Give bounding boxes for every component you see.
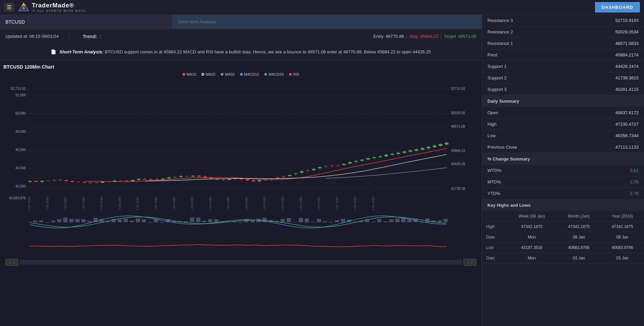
info-row: Updated at: 06:15 09/01/24 Trend: ↑ Entr… xyxy=(0,29,482,44)
legend-rsi: RSI xyxy=(289,72,299,76)
updated-at: Updated at: 06:15 09/01/24 xyxy=(5,34,69,39)
legend-macd26: MACD26 xyxy=(264,72,284,76)
separator-2: | xyxy=(440,34,442,39)
daily-summary-section: Daily Summary Open46837.6172High47230.47… xyxy=(482,95,644,153)
table-row: Previous Close47113.1133 xyxy=(482,142,644,153)
rsi-chart-canvas xyxy=(3,234,470,257)
pct-change-table: WTD%5.61MTD%2.76YTD%2.76 xyxy=(482,165,644,199)
pct-change-section: % Change Summary WTD%5.61MTD%2.76YTD%2.7… xyxy=(482,153,644,199)
table-row: Date Mon 08 Jan 08 Jan xyxy=(482,232,644,243)
analysis-body-text: BTCUSD support comes in at 45884.22 MACD… xyxy=(105,49,431,54)
document-icon: 📄 xyxy=(51,49,56,54)
logo-tagline: IT ALL STARTS WITH DATA xyxy=(32,9,86,12)
legend-macd12: MACD12 xyxy=(240,72,259,76)
daily-summary-table: Open46837.6172High47230.4727Low46356.734… xyxy=(482,107,644,153)
logo-text: TraderMade® IT ALL STARTS WITH DATA xyxy=(32,2,86,12)
table-row: WTD%5.61 xyxy=(482,165,644,176)
table-row: Open46837.6172 xyxy=(482,107,644,119)
table-row: Resistance 148571.0833 xyxy=(482,38,644,49)
trend-arrow-icon: ↑ xyxy=(99,33,102,40)
chart-legend: MA10 MA20 MA50 MACD12 MACD26 xyxy=(3,72,478,76)
separator-1: | xyxy=(406,34,407,39)
analysis-input[interactable] xyxy=(172,15,482,29)
entry-stop-target: Entry 46770.88 | Stop 45884.22 | Target … xyxy=(373,34,476,39)
right-panel: Resistance 352715.9193Resistance 250029.… xyxy=(482,15,644,326)
scroll-left-handle[interactable]: ⋮⋮ xyxy=(5,259,18,266)
logo-area: TraderMade® IT ALL STARTS WITH DATA xyxy=(18,1,86,14)
search-bar-row xyxy=(0,15,482,29)
svg-point-2 xyxy=(22,7,25,9)
levels-section: Resistance 352715.9193Resistance 250029.… xyxy=(482,15,644,95)
table-row: Support 340281.4115 xyxy=(482,84,644,95)
table-row: High47230.4727 xyxy=(482,119,644,130)
table-row: YTD%2.76 xyxy=(482,188,644,199)
khl-header-row: Week (08 Jan)Month (Jan)Year (2024) xyxy=(482,211,644,222)
table-row: MTD%2.76 xyxy=(482,176,644,188)
trend-section: Trend: ↑ xyxy=(83,33,102,40)
symbol-input[interactable] xyxy=(0,15,172,29)
table-row: Resistance 352715.9193 xyxy=(482,15,644,26)
top-nav: ☰ TraderMade® IT ALL STARTS WITH DATA DA… xyxy=(0,0,644,15)
key-highs-lows-section: Key Highs and Lows Week (08 Jan)Month (J… xyxy=(482,199,644,264)
stop-value: 45884.22 xyxy=(420,34,438,39)
pct-change-header: % Change Summary xyxy=(482,153,644,165)
legend-ma50: MA50 xyxy=(221,72,235,76)
table-row: High 47342.1875 47342.1875 47342.1875 xyxy=(482,222,644,232)
chart-container: BTCUSD 120Min Chart MA10 MA20 MA50 MACD1… xyxy=(0,61,482,326)
dashboard-button[interactable]: DASHBOARD xyxy=(595,2,640,12)
table-row: Low 43197.3516 40683.9766 40683.9766 xyxy=(482,243,644,253)
nav-left: ☰ TraderMade® IT ALL STARTS WITH DATA xyxy=(4,1,86,14)
tradermade-logo-icon xyxy=(18,1,30,14)
table-row: Support 241739.3815 xyxy=(482,72,644,84)
main-layout: Updated at: 06:15 09/01/24 Trend: ↑ Entr… xyxy=(0,15,644,326)
analysis-bold-italic: Short-Term Analysis: xyxy=(59,49,104,54)
logo-name: TraderMade® xyxy=(32,2,86,9)
chart-title: BTCUSD 120Min Chart xyxy=(3,64,478,70)
table-row: Low46356.7344 xyxy=(482,130,644,142)
levels-table: Resistance 352715.9193Resistance 250029.… xyxy=(482,15,644,95)
macd-chart-canvas xyxy=(3,210,470,234)
target-value: 48571.08 xyxy=(458,34,476,39)
entry-label: Entry xyxy=(373,34,383,39)
table-row: Pivot45884.2174 xyxy=(482,49,644,61)
svg-marker-3 xyxy=(22,3,26,6)
main-chart-canvas xyxy=(3,78,470,210)
key-highs-lows-header: Key Highs and Lows xyxy=(482,199,644,211)
trend-label: Trend: xyxy=(83,34,97,39)
analysis-text-box: 📄 Short-Term Analysis: BTCUSD support co… xyxy=(0,44,482,61)
stop-label: Stop xyxy=(409,34,418,39)
table-row: Support 144426.2474 xyxy=(482,61,644,72)
legend-ma10: MA10 xyxy=(183,72,196,76)
left-panel: Updated at: 06:15 09/01/24 Trend: ↑ Entr… xyxy=(0,15,482,326)
chart-scrollbar: ⋮⋮ ⋮⋮ xyxy=(3,257,478,267)
target-label: Target xyxy=(444,34,456,39)
scroll-track[interactable] xyxy=(20,260,462,265)
khl-table: Week (08 Jan)Month (Jan)Year (2024) High… xyxy=(482,211,644,263)
table-row: Date Mon 03 Jan 03 Jan xyxy=(482,253,644,264)
scroll-right-handle[interactable]: ⋮⋮ xyxy=(463,259,476,266)
table-row: Resistance 250029.0534 xyxy=(482,26,644,38)
daily-summary-header: Daily Summary xyxy=(482,95,644,107)
hamburger-button[interactable]: ☰ xyxy=(4,3,14,12)
entry-value: 46770.88 xyxy=(386,34,404,39)
legend-ma20: MA20 xyxy=(201,72,215,76)
